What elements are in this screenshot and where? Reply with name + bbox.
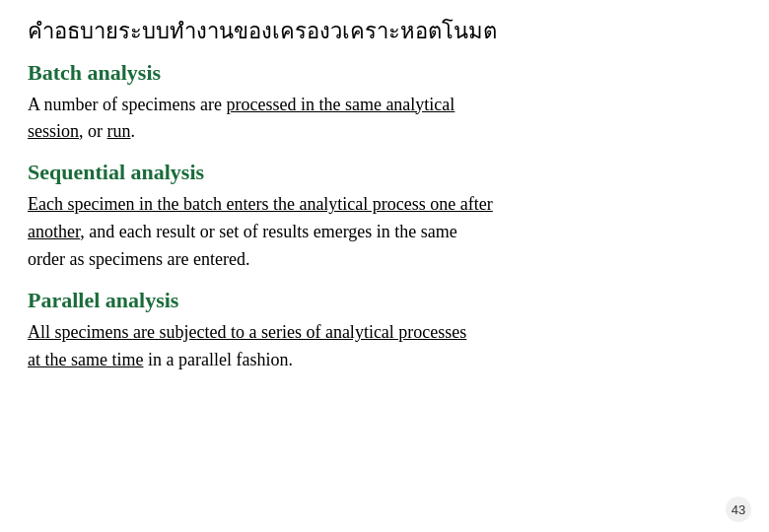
sequential-text-underline-2: another — [28, 222, 80, 241]
sequential-text-underline-1: Each specimen in the batch enters the an… — [28, 194, 493, 214]
parallel-title: Parallel analysis — [28, 288, 741, 313]
sequential-text-3: order as specimens are entered. — [28, 249, 249, 269]
batch-text-underline-2: session — [28, 121, 79, 141]
parallel-text-underline-2: at the same time — [28, 350, 143, 369]
batch-text-underline-3: run — [107, 121, 131, 141]
thai-title: คำอธบายระบบทำงานของเครองวเคราะหอตโนมต — [28, 18, 741, 46]
batch-period: . — [131, 121, 136, 141]
batch-comma: , or — [79, 121, 107, 141]
sequential-text-2: , and each result or set of results emer… — [80, 222, 457, 241]
parallel-text-underline-1: All specimens are subjected to a series … — [28, 322, 466, 342]
section-batch: Batch analysis A number of specimens are… — [28, 60, 741, 147]
parallel-text-2: in a parallel fashion. — [143, 350, 292, 369]
batch-text-underline-1: processed in the same analytical — [226, 95, 454, 114]
section-parallel: Parallel analysis All specimens are subj… — [28, 288, 741, 374]
parallel-body: All specimens are subjected to a series … — [28, 319, 741, 374]
batch-title: Batch analysis — [28, 60, 741, 86]
sequential-title: Sequential analysis — [28, 160, 741, 185]
section-sequential: Sequential analysis Each specimen in the… — [28, 160, 741, 274]
sequential-body: Each specimen in the batch enters the an… — [28, 191, 741, 274]
page: คำอธบายระบบทำงานของเครองวเคราะหอตโนมต Ba… — [0, 0, 769, 532]
page-number: 43 — [726, 497, 751, 522]
batch-text-1: A number of specimens are — [28, 95, 226, 114]
batch-body: A number of specimens are processed in t… — [28, 92, 741, 147]
